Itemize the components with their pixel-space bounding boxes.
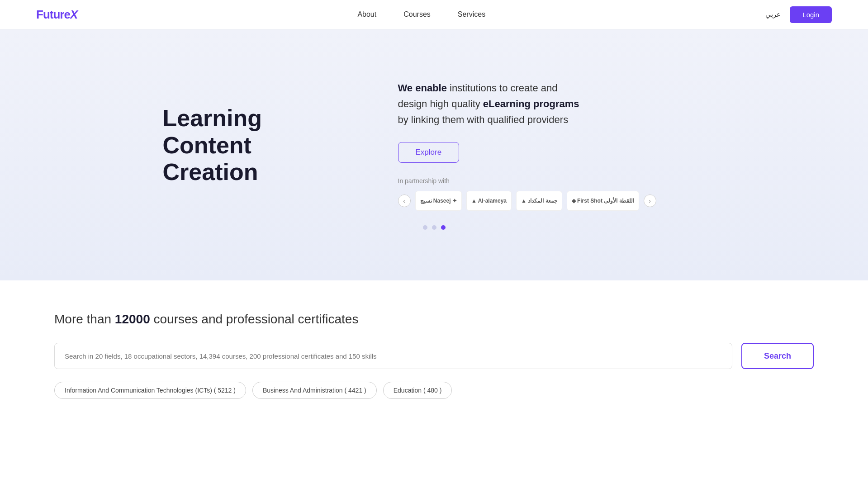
courses-heading-count: 12000	[115, 312, 150, 326]
hero-dots	[423, 225, 446, 230]
nav-links: About Courses Services	[357, 10, 485, 19]
hero-content: Learning Content Creation We enable inst…	[163, 80, 706, 211]
partner-naseej-label: ﻧﺴﻴﺞ Naseej ✦	[420, 198, 457, 204]
nav-item-about[interactable]: About	[357, 10, 376, 19]
partner-alameya-label: ▲ Al-alameya	[471, 198, 507, 204]
hero-desc-bold1: We enable	[398, 82, 447, 94]
hero-right: We enable institutions to create and des…	[398, 80, 706, 211]
partner-firstshot-label: ◆ First Shot اللقطة الأولى	[572, 198, 634, 204]
partners-next-button[interactable]: ›	[644, 194, 656, 207]
partner-alameya: ▲ Al-alameya	[466, 191, 512, 211]
hero-section: Learning Content Creation We enable inst…	[0, 29, 868, 280]
dot-2[interactable]	[432, 225, 436, 230]
tag-row: Information And Communication Technologi…	[54, 382, 814, 399]
partner-naseej: ﻧﺴﻴﺞ Naseej ✦	[415, 191, 462, 211]
language-toggle[interactable]: عربي	[765, 10, 781, 19]
nav-item-courses[interactable]: Courses	[403, 10, 431, 19]
hero-left: Learning Content Creation	[163, 105, 344, 186]
hero-desc-text2: by linking them with qualified providers	[398, 114, 569, 125]
navbar-right: عربي Login	[765, 6, 832, 23]
search-input[interactable]	[54, 343, 732, 369]
dot-1[interactable]	[423, 225, 427, 230]
partner-jumuah: ▲ جمعة المكداد	[516, 191, 562, 211]
partnership-label: In partnership with	[398, 177, 706, 185]
search-button[interactable]: Search	[741, 343, 814, 369]
search-row: Search	[54, 343, 814, 369]
nav-link-services[interactable]: Services	[458, 10, 485, 18]
hero-desc-bold2: eLearning programs	[483, 98, 579, 109]
courses-heading-prefix: More than	[54, 312, 115, 326]
courses-heading: More than 12000 courses and professional…	[54, 312, 814, 327]
partners-prev-button[interactable]: ‹	[398, 194, 411, 207]
tag-education[interactable]: Education ( 480 )	[383, 382, 452, 399]
tag-business[interactable]: Business And Administration ( 4421 )	[252, 382, 377, 399]
nav-link-about[interactable]: About	[357, 10, 376, 18]
explore-button[interactable]: Explore	[398, 142, 460, 163]
partners-row: ‹ ﻧﺴﻴﺞ Naseej ✦ ▲ Al-alameya ▲ جمعة المك…	[398, 191, 706, 211]
hero-title: Learning Content Creation	[163, 105, 344, 186]
nav-item-services[interactable]: Services	[458, 10, 485, 19]
partner-firstshot: ◆ First Shot اللقطة الأولى	[567, 191, 639, 211]
partner-jumuah-label: ▲ جمعة المكداد	[521, 198, 557, 204]
hero-inner: Learning Content Creation We enable inst…	[54, 80, 814, 230]
navbar: FutureX About Courses Services عربي Logi…	[0, 0, 868, 29]
logo[interactable]: FutureX	[36, 8, 77, 22]
logo-text: Future	[36, 8, 70, 21]
courses-heading-suffix: courses and professional certificates	[150, 312, 359, 326]
hero-description: We enable institutions to create and des…	[398, 80, 588, 128]
courses-section: More than 12000 courses and professional…	[0, 280, 868, 426]
logo-x: X	[70, 8, 77, 21]
dot-3[interactable]	[441, 225, 446, 230]
tag-ict[interactable]: Information And Communication Technologi…	[54, 382, 246, 399]
nav-link-courses[interactable]: Courses	[403, 10, 431, 18]
login-button[interactable]: Login	[790, 6, 832, 23]
